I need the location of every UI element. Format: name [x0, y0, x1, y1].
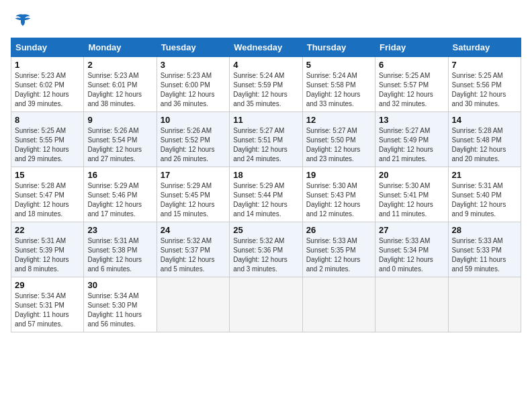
calendar-day-23: 23Sunrise: 5:31 AMSunset: 5:38 PMDayligh…: [84, 222, 157, 277]
calendar-day-13: 13Sunrise: 5:27 AMSunset: 5:49 PMDayligh…: [375, 112, 448, 167]
calendar-day-7: 7Sunrise: 5:25 AMSunset: 5:56 PMDaylight…: [448, 57, 521, 112]
weekday-header-saturday: Saturday: [448, 38, 521, 57]
calendar-table: SundayMondayTuesdayWednesdayThursdayFrid…: [11, 38, 521, 332]
calendar-day-16: 16Sunrise: 5:29 AMSunset: 5:46 PMDayligh…: [84, 167, 157, 222]
calendar-week-3: 15Sunrise: 5:28 AMSunset: 5:47 PMDayligh…: [11, 167, 521, 222]
logo: [11, 11, 32, 30]
calendar-day-24: 24Sunrise: 5:32 AMSunset: 5:37 PMDayligh…: [157, 222, 229, 277]
calendar-week-4: 22Sunrise: 5:31 AMSunset: 5:39 PMDayligh…: [11, 222, 521, 277]
calendar-day-18: 18Sunrise: 5:29 AMSunset: 5:44 PMDayligh…: [230, 167, 302, 222]
calendar-day-8: 8Sunrise: 5:25 AMSunset: 5:55 PMDaylight…: [11, 112, 84, 167]
calendar-day-empty: [157, 277, 229, 332]
calendar-day-15: 15Sunrise: 5:28 AMSunset: 5:47 PMDayligh…: [11, 167, 84, 222]
page-header: [11, 11, 521, 30]
calendar-day-25: 25Sunrise: 5:32 AMSunset: 5:36 PMDayligh…: [230, 222, 302, 277]
calendar-day-12: 12Sunrise: 5:27 AMSunset: 5:50 PMDayligh…: [302, 112, 375, 167]
calendar-week-2: 8Sunrise: 5:25 AMSunset: 5:55 PMDaylight…: [11, 112, 521, 167]
calendar-day-empty: [302, 277, 375, 332]
calendar-day-26: 26Sunrise: 5:33 AMSunset: 5:35 PMDayligh…: [302, 222, 375, 277]
calendar-day-3: 3Sunrise: 5:23 AMSunset: 6:00 PMDaylight…: [157, 57, 229, 112]
calendar-week-5: 29Sunrise: 5:34 AMSunset: 5:31 PMDayligh…: [11, 277, 521, 332]
calendar-day-29: 29Sunrise: 5:34 AMSunset: 5:31 PMDayligh…: [11, 277, 84, 332]
calendar-day-5: 5Sunrise: 5:24 AMSunset: 5:58 PMDaylight…: [302, 57, 375, 112]
calendar-day-2: 2Sunrise: 5:23 AMSunset: 6:01 PMDaylight…: [84, 57, 157, 112]
weekday-header-tuesday: Tuesday: [157, 38, 229, 57]
calendar-day-27: 27Sunrise: 5:33 AMSunset: 5:34 PMDayligh…: [375, 222, 448, 277]
calendar-day-17: 17Sunrise: 5:29 AMSunset: 5:45 PMDayligh…: [157, 167, 229, 222]
weekday-header-friday: Friday: [375, 38, 448, 57]
calendar-week-1: 1Sunrise: 5:23 AMSunset: 6:02 PMDaylight…: [11, 57, 521, 112]
calendar-day-22: 22Sunrise: 5:31 AMSunset: 5:39 PMDayligh…: [11, 222, 84, 277]
weekday-header-thursday: Thursday: [302, 38, 375, 57]
calendar-header-row: SundayMondayTuesdayWednesdayThursdayFrid…: [11, 38, 521, 57]
calendar-day-20: 20Sunrise: 5:30 AMSunset: 5:41 PMDayligh…: [375, 167, 448, 222]
weekday-header-monday: Monday: [84, 38, 157, 57]
weekday-header-wednesday: Wednesday: [230, 38, 302, 57]
calendar-day-21: 21Sunrise: 5:31 AMSunset: 5:40 PMDayligh…: [448, 167, 521, 222]
calendar-day-10: 10Sunrise: 5:26 AMSunset: 5:52 PMDayligh…: [157, 112, 229, 167]
weekday-header-sunday: Sunday: [11, 38, 84, 57]
calendar-day-14: 14Sunrise: 5:28 AMSunset: 5:48 PMDayligh…: [448, 112, 521, 167]
calendar-day-30: 30Sunrise: 5:34 AMSunset: 5:30 PMDayligh…: [84, 277, 157, 332]
calendar-day-4: 4Sunrise: 5:24 AMSunset: 5:59 PMDaylight…: [230, 57, 302, 112]
calendar-day-empty: [230, 277, 302, 332]
calendar-day-19: 19Sunrise: 5:30 AMSunset: 5:43 PMDayligh…: [302, 167, 375, 222]
logo-bird-icon: [13, 11, 32, 30]
calendar-day-empty: [375, 277, 448, 332]
calendar-day-1: 1Sunrise: 5:23 AMSunset: 6:02 PMDaylight…: [11, 57, 84, 112]
calendar-day-28: 28Sunrise: 5:33 AMSunset: 5:33 PMDayligh…: [448, 222, 521, 277]
calendar-day-11: 11Sunrise: 5:27 AMSunset: 5:51 PMDayligh…: [230, 112, 302, 167]
calendar-day-6: 6Sunrise: 5:25 AMSunset: 5:57 PMDaylight…: [375, 57, 448, 112]
calendar-day-empty: [448, 277, 521, 332]
calendar-day-9: 9Sunrise: 5:26 AMSunset: 5:54 PMDaylight…: [84, 112, 157, 167]
